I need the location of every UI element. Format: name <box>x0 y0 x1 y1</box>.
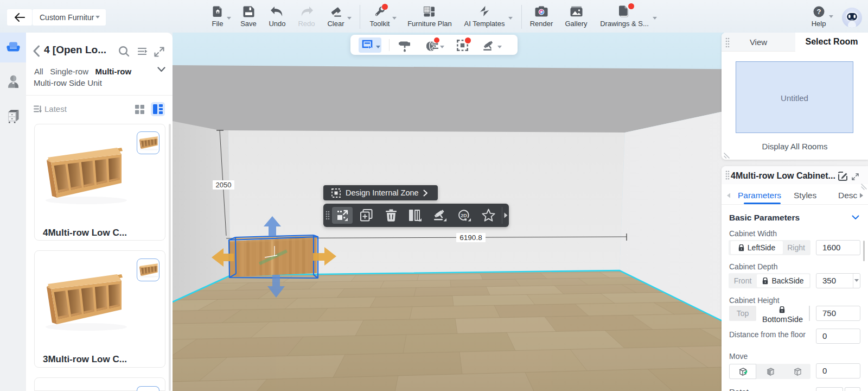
svg-text:?: ? <box>816 8 821 16</box>
svg-text:2D: 2D <box>461 213 467 218</box>
